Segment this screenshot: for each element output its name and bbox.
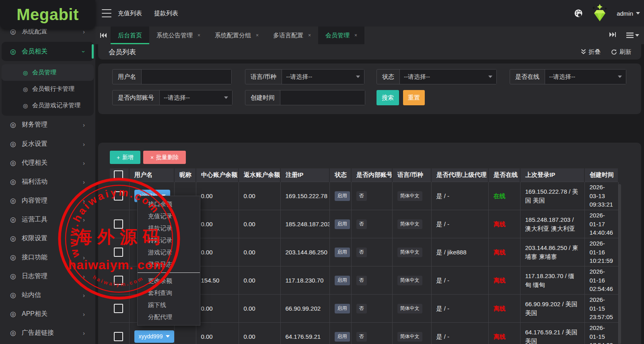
sidebar-item-finance[interactable]: ◎财务管理› <box>0 116 95 133</box>
center-balance-cell: 154.50 <box>196 266 239 295</box>
sidebar-item-rebate[interactable]: ◎反水设置› <box>0 135 95 153</box>
online-status: 在线 <box>494 192 506 199</box>
table-scrollbar[interactable] <box>618 184 621 344</box>
batch-delete-button[interactable]: × 批量删除 <box>143 151 186 164</box>
sidebar-subitem-member-manage[interactable]: ◎ 会员管理 <box>2 64 94 81</box>
sidebar-item-app[interactable]: ◎APP相关› <box>0 305 95 323</box>
ring-icon: ◎ <box>10 178 16 186</box>
tab-home[interactable]: 后台首页 <box>111 27 149 44</box>
diamond-gem-icon[interactable] <box>591 4 609 23</box>
sidebar-subitem-label: 会员游戏记录管理 <box>32 102 80 109</box>
close-icon[interactable]: × <box>308 33 311 38</box>
close-icon[interactable]: × <box>354 33 357 38</box>
select-value: --请选择-- <box>404 73 430 81</box>
status-select[interactable]: --请选择-- <box>399 70 496 84</box>
collapse-button[interactable]: 折叠 <box>581 48 601 56</box>
col-nickname: 昵称 <box>174 168 196 182</box>
search-button[interactable]: 搜索 <box>377 90 399 105</box>
agent-cell: 是 / - <box>431 295 488 323</box>
row-checkbox[interactable] <box>114 248 123 257</box>
ring-icon: ◎ <box>10 253 16 262</box>
username-label: admin <box>617 10 633 17</box>
menu-item-game-record[interactable]: 游戏记录 <box>138 246 200 258</box>
menu-item-assign-agent[interactable]: 分配代理 <box>138 311 200 323</box>
sidebar-subitem-member-gamerecord[interactable]: ◎ 会员游戏记录管理 <box>2 97 94 114</box>
username-input[interactable] <box>141 70 231 84</box>
online-select[interactable]: --请选择-- <box>545 70 626 84</box>
rebate-balance-cell: 0.00 <box>239 295 280 323</box>
last-login-ip-cell: 66.90.99.202 / 美国 美国 <box>520 295 584 323</box>
internal-badge: 否 <box>356 276 367 285</box>
menu-item-withdraw-record[interactable]: 提款记录 <box>138 222 200 234</box>
chevron-right-icon: › <box>83 160 85 166</box>
tab-member-manage[interactable]: 会员管理 × <box>318 27 364 44</box>
status-filter-label: 状态 <box>377 70 399 84</box>
col-username: 用户名 <box>129 168 174 182</box>
menu-item-api-balance[interactable]: 接口余额 <box>138 198 200 210</box>
online-status: 离线 <box>494 249 506 256</box>
username-dropdown-button[interactable]: xyydd999 <box>134 330 175 342</box>
created-time-input[interactable] <box>280 90 365 105</box>
sidebar-item-member-related-row[interactable]: ◎ 会员相关 › <box>0 43 95 60</box>
plus-icon: + <box>117 154 120 161</box>
col-internal: 是否内部账号 <box>351 168 392 182</box>
sidebar-item-content[interactable]: ◎内容管理› <box>0 192 95 209</box>
row-checkbox[interactable] <box>114 219 123 229</box>
menu-item-arbitrage-query[interactable]: 套利查询 <box>138 287 200 299</box>
ring-icon: ◎ <box>10 140 16 148</box>
user-menu[interactable]: admin <box>617 10 640 17</box>
sidebar-item-api[interactable]: ◎接口功能› <box>0 248 95 266</box>
col-register-ip: 注册IP <box>280 168 329 182</box>
nav-withdraw-list[interactable]: 提款列表 <box>154 10 178 17</box>
reset-button[interactable]: 重置 <box>403 90 425 105</box>
sidebar-subitem-member-bankcard[interactable]: ◎ 会员银行卡管理 <box>2 81 94 97</box>
col-language: 语言/币种 <box>392 168 431 182</box>
sidebar-item-operation[interactable]: ◎运营工具› <box>0 211 95 228</box>
col-agent: 是否代理/上级代理 <box>431 168 488 182</box>
tab-config-group[interactable]: 系统配置分组 × <box>208 27 266 44</box>
sidebar-item-logs[interactable]: ◎日志管理› <box>0 267 95 285</box>
internal-select[interactable]: --请选择-- <box>159 90 232 105</box>
chevron-right-icon: › <box>83 216 85 223</box>
add-button[interactable]: + 新增 <box>110 151 140 164</box>
select-all-checkbox[interactable] <box>114 170 123 180</box>
col-status: 状态 <box>329 168 351 182</box>
agent-cell: 是 / - <box>431 323 488 344</box>
theme-palette-icon[interactable] <box>574 9 583 18</box>
menu-item-login-log[interactable]: 登录日志 <box>138 258 200 270</box>
language-select[interactable]: --请选择-- <box>282 70 364 84</box>
close-icon: × <box>150 154 154 161</box>
menu-toggle-icon[interactable] <box>102 9 111 17</box>
sidebar-item-message[interactable]: ◎站内信› <box>0 286 95 304</box>
scroll-tabs-right-icon[interactable] <box>609 32 616 39</box>
tab-options-icon[interactable] <box>626 33 639 38</box>
sidebar-item-label: 福利活动 <box>22 178 47 186</box>
sidebar-item-label: 站内信 <box>22 291 41 299</box>
row-checkbox[interactable] <box>114 191 123 201</box>
tab-multilanguage[interactable]: 多语言配置 × <box>266 27 318 44</box>
created-at-cell: 2026-01-15 17:54:22 <box>584 323 618 344</box>
row-checkbox[interactable] <box>114 332 123 341</box>
sidebar-item-ad-link[interactable]: ◎广告超链接› <box>0 324 95 342</box>
col-created-at: 创建时间 <box>584 168 618 182</box>
close-icon[interactable]: × <box>198 33 200 38</box>
close-icon[interactable]: × <box>256 33 259 38</box>
sidebar-submenu: ◎ 会员管理 ◎ 会员银行卡管理 ◎ 会员游戏记录管理 <box>2 64 94 116</box>
tab-label: 后台首页 <box>118 32 142 39</box>
menu-item-transfer-record[interactable]: 转账记录 <box>138 234 200 246</box>
nav-recharge-list[interactable]: 充值列表 <box>118 10 142 17</box>
menu-item-recharge-record[interactable]: 充值记录 <box>138 210 200 222</box>
refresh-button[interactable]: 刷新 <box>611 48 632 56</box>
scroll-tabs-left-icon[interactable] <box>100 33 107 38</box>
menu-divider <box>138 272 200 273</box>
row-checkbox[interactable] <box>114 304 123 313</box>
row-checkbox[interactable] <box>114 276 123 285</box>
sidebar-item-agent[interactable]: ◎代理相关› <box>0 154 95 172</box>
sidebar-item-permission[interactable]: ◎权限设置› <box>0 229 95 247</box>
sidebar-item-welfare[interactable]: ◎福利活动› <box>0 173 95 190</box>
menu-item-kick-offline[interactable]: 踢下线 <box>138 299 200 311</box>
language-badge: 简体中文 <box>397 332 422 341</box>
tab-announcement[interactable]: 系统公告管理 × <box>149 27 208 44</box>
internal-badge: 否 <box>356 332 367 341</box>
menu-item-change-balance[interactable]: 更改余额 <box>138 275 200 287</box>
